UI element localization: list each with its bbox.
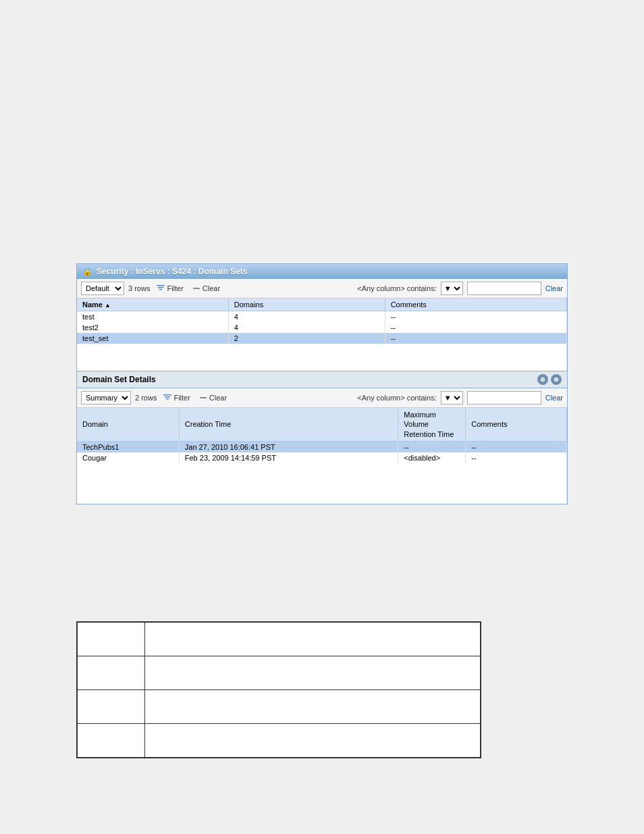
bottom-cell bbox=[145, 724, 481, 758]
bottom-table-row bbox=[78, 623, 481, 656]
row-name: test2 bbox=[77, 322, 228, 333]
table-row[interactable]: test_set 2 -- bbox=[77, 333, 567, 344]
details-row[interactable]: TechPubs1 Jan 27, 2010 16:06:41 PST -- -… bbox=[77, 441, 567, 452]
top-table: Name ▲ Domains Comments test 4 -- test2 … bbox=[77, 298, 567, 371]
top-row-count: 3 rows bbox=[128, 284, 150, 292]
details-clear-button[interactable]: Clear bbox=[196, 392, 229, 403]
bottom-cell bbox=[78, 656, 145, 690]
top-contains-select[interactable]: ▼ bbox=[441, 282, 463, 295]
details-col-domain[interactable]: Domain bbox=[77, 408, 179, 441]
top-contains-input[interactable] bbox=[467, 282, 541, 295]
details-toolbar: Summary Detail 2 rows Filter Clear <Any … bbox=[77, 388, 567, 408]
top-clear-button[interactable]: Clear bbox=[190, 283, 222, 294]
details-clear-icon bbox=[198, 393, 208, 402]
details-filter-icon bbox=[163, 393, 172, 402]
details-table: Domain Creation Time MaximumVolumeRetent… bbox=[77, 408, 567, 504]
main-panel: 🔒 Security : InServs : S424 : Domain Set… bbox=[76, 263, 568, 504]
section-icons: ⊗ ⊕ bbox=[537, 374, 562, 385]
bottom-table-row bbox=[78, 690, 481, 724]
details-comments: -- bbox=[466, 441, 567, 452]
bottom-cell bbox=[78, 690, 145, 724]
row-comments: -- bbox=[385, 311, 566, 323]
svg-rect-7 bbox=[200, 397, 207, 398]
bottom-cell bbox=[145, 690, 481, 724]
bottom-cell bbox=[78, 623, 145, 656]
details-title-text: Domain Set Details bbox=[82, 375, 156, 384]
details-filter-button[interactable]: Filter bbox=[161, 392, 192, 403]
details-contains-input[interactable] bbox=[467, 391, 541, 405]
bottom-cell bbox=[145, 656, 481, 690]
top-col-name[interactable]: Name ▲ bbox=[77, 298, 228, 311]
bottom-table-row bbox=[78, 724, 481, 758]
page-wrapper: 🔒 Security : InServs : S424 : Domain Set… bbox=[0, 0, 644, 834]
row-name: test_set bbox=[77, 333, 228, 344]
details-col-retention[interactable]: MaximumVolumeRetention Time bbox=[398, 408, 466, 441]
row-comments: -- bbox=[385, 333, 566, 344]
details-clear-link[interactable]: Clear bbox=[545, 394, 563, 402]
details-domain: TechPubs1 bbox=[77, 441, 179, 452]
title-bar: 🔒 Security : InServs : S424 : Domain Set… bbox=[77, 264, 567, 279]
table-row[interactable]: test 4 -- bbox=[77, 311, 567, 323]
top-contains-label: <Any column> contains: bbox=[357, 284, 436, 292]
collapse-icon[interactable]: ⊗ bbox=[537, 374, 548, 385]
details-creation: Feb 23, 2009 14:14:59 PST bbox=[179, 452, 398, 463]
details-view-select[interactable]: Summary Detail bbox=[81, 391, 131, 405]
details-retention: <disabled> bbox=[398, 452, 466, 463]
svg-rect-4 bbox=[163, 394, 171, 396]
expand-icon[interactable]: ⊕ bbox=[551, 374, 562, 385]
details-row-empty bbox=[77, 463, 567, 504]
bottom-cell bbox=[145, 623, 481, 656]
svg-rect-0 bbox=[157, 285, 165, 286]
row-domains: 4 bbox=[228, 322, 385, 333]
top-col-comments[interactable]: Comments bbox=[385, 298, 566, 311]
details-row-count: 2 rows bbox=[135, 394, 157, 402]
row-name: test bbox=[77, 311, 228, 323]
details-row[interactable]: Cougar Feb 23, 2009 14:14:59 PST <disabl… bbox=[77, 452, 567, 463]
svg-rect-1 bbox=[158, 287, 163, 288]
details-domain: Cougar bbox=[77, 452, 179, 463]
details-creation: Jan 27, 2010 16:06:41 PST bbox=[179, 441, 398, 452]
top-filter-button[interactable]: Filter bbox=[154, 283, 185, 294]
details-col-comments[interactable]: Comments bbox=[466, 408, 567, 441]
details-comments: -- bbox=[466, 452, 567, 463]
details-contains-label: <Any column> contains: bbox=[357, 394, 436, 402]
row-domains: 2 bbox=[228, 333, 385, 344]
details-section-title: Domain Set Details ⊗ ⊕ bbox=[77, 371, 567, 388]
filter-icon bbox=[156, 284, 165, 293]
top-clear-icon bbox=[192, 284, 201, 293]
row-comments: -- bbox=[385, 322, 566, 333]
svg-rect-5 bbox=[165, 396, 170, 398]
bottom-table-wrapper bbox=[76, 621, 481, 758]
table-row-empty bbox=[77, 344, 567, 371]
bottom-table bbox=[77, 622, 481, 758]
top-col-domains[interactable]: Domains bbox=[228, 298, 385, 311]
top-clear-link[interactable]: Clear bbox=[545, 284, 563, 292]
lock-icon: 🔒 bbox=[82, 267, 92, 276]
window-title: Security : InServs : S424 : Domain Sets bbox=[97, 267, 247, 276]
table-row[interactable]: test2 4 -- bbox=[77, 322, 567, 333]
svg-rect-3 bbox=[193, 288, 200, 289]
row-domains: 4 bbox=[228, 311, 385, 323]
top-view-select[interactable]: Default Custom bbox=[81, 282, 124, 295]
details-contains-select[interactable]: ▼ bbox=[441, 391, 463, 405]
bottom-cell bbox=[78, 724, 145, 758]
top-toolbar: Default Custom 3 rows Filter Clear bbox=[77, 279, 567, 298]
details-retention: -- bbox=[398, 441, 466, 452]
svg-rect-2 bbox=[159, 289, 162, 290]
svg-rect-6 bbox=[166, 398, 169, 400]
details-col-creation[interactable]: Creation Time bbox=[179, 408, 398, 441]
bottom-table-row bbox=[78, 656, 481, 690]
